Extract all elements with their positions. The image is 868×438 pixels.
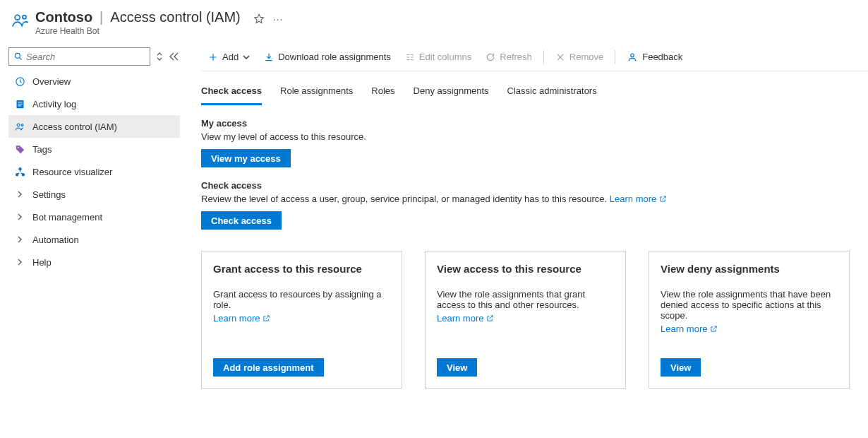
remove-button[interactable]: Remove [548, 43, 610, 71]
learn-more-link[interactable]: Learn more [213, 313, 270, 324]
card-desc: View the role assignments that have been… [661, 289, 838, 321]
more-icon[interactable]: ··· [273, 13, 284, 25]
card-title: View deny assignments [661, 263, 838, 275]
resource-name: Contoso [35, 9, 92, 25]
check-access-heading: Check access [201, 180, 868, 191]
resource-type: Azure Health Bot [35, 26, 241, 36]
tabs: Check access Role assignments Roles Deny… [201, 81, 868, 105]
separator [543, 50, 544, 64]
card-view-access: View access to this resource View the ro… [425, 251, 626, 389]
view-button[interactable]: View [661, 358, 701, 377]
sidebar-item-label: Bot management [32, 212, 102, 223]
star-icon[interactable] [253, 13, 265, 25]
external-link-icon [659, 195, 667, 203]
chevron-right-icon [14, 213, 25, 220]
check-access-desc: Review the level of access a user, group… [201, 194, 868, 204]
sidebar-item-label: Help [32, 257, 52, 268]
people-icon [11, 11, 28, 28]
cards-row: Grant access to this resource Grant acce… [201, 251, 868, 389]
sidebar-item-label: Activity log [32, 99, 76, 110]
card-title: View access to this resource [437, 263, 614, 275]
learn-more-link[interactable]: Learn more [437, 313, 494, 324]
chevron-right-icon [14, 191, 25, 198]
tab-deny-assignments[interactable]: Deny assignments [414, 81, 489, 105]
svg-point-0 [15, 15, 20, 20]
tab-roles[interactable]: Roles [371, 81, 394, 105]
overview-icon [14, 76, 25, 87]
card-desc: Grant access to resources by assigning a… [213, 289, 390, 310]
activity-log-icon [14, 99, 25, 110]
add-button[interactable]: Add [201, 43, 257, 71]
tab-check-access[interactable]: Check access [201, 81, 262, 105]
separator [615, 50, 615, 64]
svg-point-2 [15, 53, 20, 58]
svg-rect-5 [18, 102, 22, 102]
sidebar-item-label: Overview [32, 76, 71, 87]
search-field[interactable] [26, 52, 145, 62]
download-button[interactable]: Download role assignments [257, 43, 398, 71]
chevron-down-icon [243, 54, 250, 61]
external-link-icon [710, 325, 718, 333]
page-title: Access control (IAM) [110, 9, 240, 25]
learn-more-link[interactable]: Learn more [610, 194, 667, 204]
tab-classic-administrators[interactable]: Classic administrators [507, 81, 597, 105]
svg-point-10 [17, 146, 18, 148]
learn-more-link[interactable]: Learn more [661, 324, 718, 334]
card-view-deny: View deny assignments View the role assi… [649, 251, 850, 389]
people-icon [14, 122, 25, 132]
svg-point-8 [17, 124, 20, 126]
sidebar-item-automation[interactable]: Automation [8, 228, 180, 251]
sidebar-item-tags[interactable]: Tags [8, 138, 180, 160]
separator: | [100, 9, 103, 25]
sidebar-item-label: Access control (IAM) [32, 122, 117, 132]
external-link-icon [486, 314, 494, 322]
tab-role-assignments[interactable]: Role assignments [280, 81, 353, 105]
sidebar-item-access-control[interactable]: Access control (IAM) [8, 115, 180, 138]
sidebar-item-overview[interactable]: Overview [8, 70, 180, 93]
check-access-section: Check access Review the level of access … [201, 180, 868, 230]
view-button[interactable]: View [437, 358, 477, 377]
sidebar-item-activity-log[interactable]: Activity log [8, 93, 180, 115]
my-access-section: My access View my level of access to thi… [201, 118, 868, 167]
svg-point-9 [21, 124, 23, 126]
svg-rect-6 [18, 103, 22, 104]
sidebar-item-help[interactable]: Help [8, 251, 180, 273]
visualizer-icon [14, 167, 25, 177]
sidebar: Overview Activity log Access control (IA… [0, 43, 180, 389]
sidebar-item-label: Automation [32, 235, 79, 245]
card-title: Grant access to this resource [213, 263, 390, 275]
tags-icon [14, 144, 25, 155]
sidebar-item-label: Tags [32, 144, 52, 155]
command-bar: Add Download role assignments Edit colum… [201, 43, 868, 71]
sidebar-item-label: Settings [32, 189, 66, 200]
add-role-assignment-button[interactable]: Add role assignment [213, 358, 324, 377]
card-desc: View the role assignments that grant acc… [437, 289, 614, 310]
card-grant-access: Grant access to this resource Grant acce… [201, 251, 402, 389]
view-my-access-button[interactable]: View my access [201, 149, 291, 167]
my-access-desc: View my level of access to this resource… [201, 131, 868, 142]
page-header: Contoso | Access control (IAM) Azure Hea… [0, 0, 868, 43]
check-access-button[interactable]: Check access [201, 211, 282, 230]
feedback-button[interactable]: Feedback [620, 43, 689, 71]
main-content: Add Download role assignments Edit colum… [180, 43, 868, 389]
sidebar-item-label: Resource visualizer [32, 167, 112, 177]
my-access-heading: My access [201, 118, 868, 129]
expand-icon[interactable] [156, 52, 163, 61]
svg-rect-7 [18, 105, 20, 106]
svg-point-1 [23, 16, 26, 19]
edit-columns-button[interactable]: Edit columns [398, 43, 478, 71]
sidebar-item-settings[interactable]: Settings [8, 183, 180, 206]
chevron-right-icon [14, 236, 25, 243]
sidebar-item-resource-visualizer[interactable]: Resource visualizer [8, 160, 180, 183]
search-input[interactable] [8, 47, 150, 66]
external-link-icon [263, 314, 270, 322]
collapse-icon[interactable] [169, 52, 179, 61]
chevron-right-icon [14, 259, 25, 266]
svg-point-14 [631, 54, 634, 57]
svg-point-11 [18, 167, 20, 170]
refresh-button[interactable]: Refresh [478, 43, 539, 71]
sidebar-item-bot-management[interactable]: Bot management [8, 206, 180, 228]
